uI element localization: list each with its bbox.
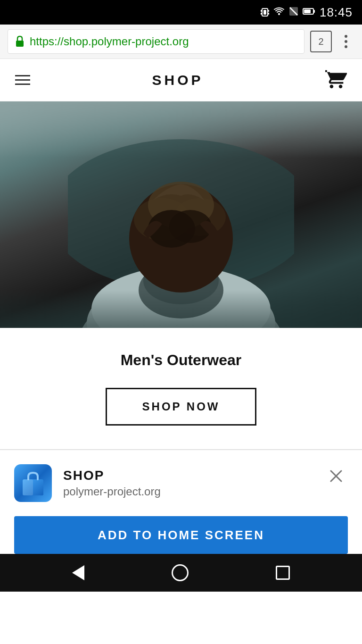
back-nav-button[interactable] — [67, 560, 89, 585]
status-icons: 18:45 — [260, 5, 353, 20]
add-to-home-banner: SHOP polymer-project.org ADD TO HOME SCR… — [0, 450, 362, 554]
svg-rect-27 — [23, 479, 33, 495]
svg-rect-10 — [304, 9, 311, 13]
close-icon — [329, 469, 343, 483]
svg-rect-2 — [261, 10, 262, 12]
svg-rect-11 — [313, 10, 315, 13]
hero-section — [0, 101, 362, 328]
shop-title: SHOP — [152, 72, 203, 88]
recents-nav-button[interactable] — [271, 561, 295, 585]
hero-image — [0, 101, 362, 328]
recents-square-icon — [276, 566, 290, 580]
hamburger-line-3 — [15, 84, 30, 85]
fog-bottom — [0, 290, 362, 328]
svg-point-6 — [278, 13, 280, 15]
add-to-home-screen-button[interactable]: ADD TO HOME SCREEN — [14, 516, 348, 554]
cart-icon — [325, 68, 347, 90]
banner-app-name: SHOP — [63, 468, 313, 483]
svg-rect-12 — [16, 41, 24, 47]
dot-3 — [345, 45, 347, 48]
svg-rect-1 — [263, 10, 266, 15]
banner-domain: polymer-project.org — [63, 485, 313, 498]
status-time: 18:45 — [320, 5, 353, 20]
svg-rect-5 — [268, 13, 269, 15]
url-text: https://shop.polymer-project.org — [30, 35, 189, 48]
svg-rect-4 — [261, 13, 262, 15]
address-bar[interactable]: https://shop.polymer-project.org — [8, 29, 304, 54]
tab-count-label: 2 — [318, 36, 323, 47]
product-section: Men's Outerwear SHOP NOW — [0, 328, 362, 449]
hamburger-menu-button[interactable] — [11, 71, 34, 89]
more-options-button[interactable] — [337, 31, 354, 52]
home-nav-button[interactable] — [167, 560, 193, 586]
battery-icon — [303, 7, 316, 18]
product-title: Men's Outerwear — [121, 351, 242, 369]
dot-1 — [345, 35, 347, 38]
url-host: shop.polymer-project.org — [64, 35, 189, 48]
home-circle-icon — [172, 564, 189, 581]
svg-rect-3 — [268, 10, 269, 12]
browser-chrome: https://shop.polymer-project.org 2 — [0, 25, 362, 59]
hamburger-line-1 — [15, 75, 30, 76]
cart-button[interactable] — [321, 65, 351, 95]
status-bar: 18:45 — [0, 0, 362, 25]
shop-now-button[interactable]: SHOP NOW — [106, 388, 256, 426]
banner-info: SHOP polymer-project.org — [63, 468, 313, 498]
vibrate-icon — [260, 7, 270, 17]
lock-icon — [15, 35, 25, 48]
app-icon — [14, 464, 52, 502]
banner-close-button[interactable] — [324, 464, 348, 492]
android-nav-bar — [0, 554, 362, 592]
sim-icon — [288, 6, 299, 18]
url-protocol: https:// — [30, 35, 64, 48]
hamburger-line-2 — [15, 79, 30, 81]
tab-count-button[interactable]: 2 — [310, 31, 332, 52]
wifi-icon — [273, 7, 285, 18]
dot-2 — [345, 40, 347, 43]
back-arrow-icon — [72, 565, 84, 580]
app-icon-svg — [20, 469, 46, 497]
banner-top-row: SHOP polymer-project.org — [14, 464, 348, 502]
app-header: SHOP — [0, 59, 362, 101]
